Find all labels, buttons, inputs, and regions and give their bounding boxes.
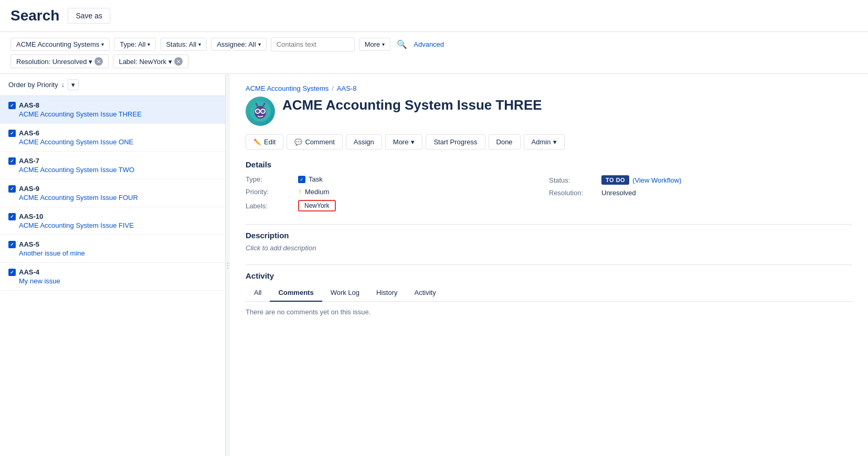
admin-button[interactable]: Admin ▾ (524, 134, 565, 150)
save-as-button[interactable]: Save as (68, 8, 110, 24)
done-button[interactable]: Done (489, 134, 521, 150)
comment-icon: 💬 (294, 139, 302, 146)
issue-item-aas-7[interactable]: ✓ AAS-7 ACME Accounting System Issue TWO (0, 152, 225, 179)
issue-title-aas-10: ACME Accounting System Issue FIVE (8, 221, 217, 229)
filter-chip-project[interactable]: ACME Accounting Systems▾ (10, 38, 110, 51)
more-button[interactable]: More ▾ (385, 134, 423, 150)
filter-chip-assignee[interactable]: Assignee: All▾ (211, 38, 266, 51)
filter-row-1: ACME Accounting Systems▾Type: All▾Status… (10, 37, 858, 51)
resize-handle[interactable]: ⋮ (226, 74, 230, 456)
remove-filter-label[interactable]: ✕ (174, 57, 183, 66)
activity-tabs: AllCommentsWork LogHistoryActivity (246, 284, 852, 302)
contains-text-input[interactable] (271, 37, 355, 51)
comment-button[interactable]: 💬 Comment (287, 134, 342, 150)
advanced-link[interactable]: Advanced (414, 40, 444, 48)
priority-label: Priority: (246, 188, 293, 196)
priority-value: ↑ Medium (298, 187, 329, 196)
issue-checkbox-aas-9[interactable]: ✓ (8, 185, 16, 193)
tab-history[interactable]: History (368, 284, 406, 302)
filter-chip-type[interactable]: Type: All▾ (114, 38, 156, 51)
page-title: Search (10, 7, 59, 24)
more-filter-arrow-icon: ▾ (382, 41, 385, 47)
status-row: Status: TO DO (View Workflow) (549, 175, 852, 185)
status-badge[interactable]: TO DO (601, 175, 629, 185)
order-dropdown-button[interactable]: ▾ (68, 79, 79, 90)
details-title: Details (246, 160, 852, 169)
description-title: Description (246, 231, 852, 240)
svg-point-7 (262, 111, 264, 112)
description-section: Description Click to add description (246, 231, 852, 252)
tab-activity[interactable]: Activity (406, 284, 444, 302)
resolution-row: Resolution: Unresolved (549, 189, 852, 197)
issue-checkbox-aas-5[interactable]: ✓ (8, 241, 16, 248)
type-row: Type: ✓ Task (246, 175, 549, 183)
type-label: Type: (246, 175, 293, 183)
tab-work-log[interactable]: Work Log (322, 284, 368, 302)
task-checkbox-icon: ✓ (298, 176, 305, 183)
search-button[interactable]: 🔍 (395, 37, 409, 51)
issue-item-aas-6[interactable]: ✓ AAS-6 ACME Accounting System Issue ONE (0, 124, 225, 152)
assign-button[interactable]: Assign (346, 134, 382, 150)
issue-id: ✓ AAS-9 (8, 185, 217, 193)
issue-id: ✓ AAS-6 (8, 129, 217, 137)
issue-item-aas-10[interactable]: ✓ AAS-10 ACME Accounting System Issue FI… (0, 207, 225, 235)
breadcrumb-separator: / (332, 84, 334, 92)
details-grid: Type: ✓ Task Priority: ↑ Medium (246, 175, 852, 211)
issue-title-aas-4: My new issue (8, 277, 217, 285)
issue-item-aas-4[interactable]: ✓ AAS-4 My new issue (0, 263, 225, 291)
no-comments-text: There are no comments yet on this issue. (246, 308, 852, 316)
filter-row-2: Resolution: Unresolved▾✕Label: NewYork▾✕ (10, 55, 858, 68)
resolution-value: Unresolved (601, 189, 636, 197)
issue-checkbox-aas-7[interactable]: ✓ (8, 157, 16, 165)
breadcrumb: ACME Accounting Systems / AAS-8 (246, 84, 852, 92)
priority-row: Priority: ↑ Medium (246, 187, 549, 196)
issue-item-aas-5[interactable]: ✓ AAS-5 Another issue of mine (0, 235, 225, 263)
edit-icon: ✏️ (253, 139, 261, 146)
issue-id: ✓ AAS-10 (8, 213, 217, 220)
admin-dropdown-icon: ▾ (553, 138, 557, 146)
issue-id: ✓ AAS-8 (8, 101, 217, 109)
issue-title: ACME Accounting System Issue THREE (282, 97, 542, 114)
svg-point-6 (257, 111, 259, 112)
issue-checkbox-aas-4[interactable]: ✓ (8, 269, 16, 276)
avatar-svg (250, 101, 271, 122)
order-label: Order by Priority (8, 81, 58, 89)
more-filter-button[interactable]: More ▾ (359, 38, 391, 51)
svg-point-11 (264, 103, 266, 104)
priority-icon: ↑ (298, 187, 302, 196)
issue-checkbox-aas-6[interactable]: ✓ (8, 130, 16, 137)
filter-tag-label[interactable]: Label: NewYork▾✕ (113, 55, 188, 68)
issue-title-aas-7: ACME Accounting System Issue TWO (8, 166, 217, 174)
order-bar: Order by Priority ↓ ▾ (0, 74, 225, 96)
breadcrumb-project[interactable]: ACME Accounting Systems (246, 84, 329, 92)
view-workflow-link[interactable]: (View Workflow) (632, 176, 681, 184)
tab-all[interactable]: All (246, 284, 270, 302)
divider-1 (246, 224, 852, 225)
edit-button[interactable]: ✏️ Edit (246, 134, 283, 150)
activity-section: Activity AllCommentsWork LogHistoryActiv… (246, 271, 852, 316)
issue-list-panel: Order by Priority ↓ ▾ ✓ AAS-8 ACME Accou… (0, 74, 226, 456)
issue-header: ACME Accounting System Issue THREE (246, 97, 852, 126)
issue-checkbox-aas-10[interactable]: ✓ (8, 213, 16, 220)
issue-title-aas-9: ACME Accounting System Issue FOUR (8, 194, 217, 202)
issue-checkbox-aas-8[interactable]: ✓ (8, 102, 16, 109)
issue-title-aas-6: ACME Accounting System Issue ONE (8, 138, 217, 146)
tab-comments[interactable]: Comments (270, 284, 322, 302)
issue-item-aas-8[interactable]: ✓ AAS-8 ACME Accounting System Issue THR… (0, 96, 225, 124)
filter-chip-status[interactable]: Status: All▾ (160, 38, 207, 51)
breadcrumb-issue-id[interactable]: AAS-8 (337, 84, 357, 92)
type-value: ✓ Task (298, 175, 323, 183)
issue-item-aas-9[interactable]: ✓ AAS-9 ACME Accounting System Issue FOU… (0, 179, 225, 207)
filter-tag-resolution[interactable]: Resolution: Unresolved▾✕ (10, 55, 109, 68)
main-layout: Order by Priority ↓ ▾ ✓ AAS-8 ACME Accou… (0, 74, 868, 456)
start-progress-button[interactable]: Start Progress (426, 134, 485, 150)
labels-row: Labels: NewYork (246, 200, 549, 211)
labels-label: Labels: (246, 202, 293, 210)
action-buttons: ✏️ Edit 💬 Comment Assign More ▾ Start Pr… (246, 134, 852, 150)
remove-filter-resolution[interactable]: ✕ (94, 57, 103, 66)
label-tag[interactable]: NewYork (298, 200, 336, 211)
issue-list: ✓ AAS-8 ACME Accounting System Issue THR… (0, 96, 225, 291)
status-value: TO DO (View Workflow) (601, 175, 682, 185)
issue-id: ✓ AAS-7 (8, 157, 217, 165)
description-placeholder[interactable]: Click to add description (246, 244, 852, 252)
